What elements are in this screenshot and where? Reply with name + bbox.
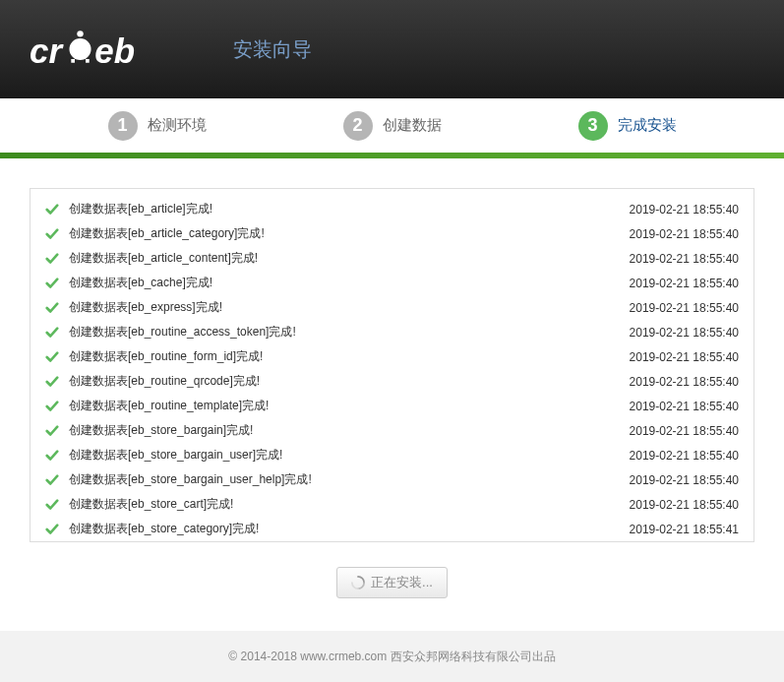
log-message: 创建数据表[eb_routine_form_id]完成! (69, 348, 630, 365)
log-timestamp: 2019-02-21 18:55:40 (630, 203, 739, 217)
log-row: 创建数据表[eb_routine_qrcode]完成!2019-02-21 18… (45, 369, 739, 394)
header: cr eb 安装向导 (0, 0, 784, 98)
content-panel: 创建数据表[eb_article]完成!2019-02-21 18:55:40创… (0, 158, 784, 631)
log-message: 创建数据表[eb_routine_access_token]完成! (69, 324, 630, 341)
log-row: 创建数据表[eb_store_cart]完成!2019-02-21 18:55:… (45, 492, 739, 517)
header-title: 安装向导 (233, 36, 312, 63)
check-icon (45, 301, 59, 315)
check-icon (45, 203, 59, 217)
svg-point-1 (77, 31, 83, 36)
log-message: 创建数据表[eb_store_bargain]完成! (69, 422, 630, 439)
log-row: 创建数据表[eb_article]完成!2019-02-21 18:55:40 (45, 197, 739, 221)
step-create-data: 2 创建数据 (343, 111, 442, 141)
log-timestamp: 2019-02-21 18:55:40 (630, 227, 739, 241)
log-row: 创建数据表[eb_store_bargain_user]完成!2019-02-2… (45, 443, 739, 467)
log-timestamp: 2019-02-21 18:55:40 (630, 350, 739, 364)
log-row: 创建数据表[eb_cache]完成!2019-02-21 18:55:40 (45, 271, 739, 295)
log-message: 创建数据表[eb_article_content]完成! (69, 250, 630, 267)
check-icon (45, 326, 59, 340)
check-icon (45, 523, 59, 536)
step-finish-install: 3 完成安装 (578, 111, 677, 141)
log-row: 创建数据表[eb_store_combination]完成!2019-02-21… (45, 541, 739, 542)
check-icon (45, 424, 59, 438)
step-label: 创建数据 (383, 116, 442, 135)
log-timestamp: 2019-02-21 18:55:40 (630, 277, 739, 290)
log-message: 创建数据表[eb_store_cart]完成! (69, 496, 630, 513)
steps-bar: 1 检测环境 2 创建数据 3 完成安装 (0, 98, 784, 153)
log-row: 创建数据表[eb_routine_access_token]完成!2019-02… (45, 320, 739, 344)
check-icon (45, 400, 59, 413)
log-row: 创建数据表[eb_article_content]完成!2019-02-21 1… (45, 246, 739, 271)
installing-button[interactable]: 正在安装... (336, 567, 448, 598)
log-timestamp: 2019-02-21 18:55:40 (630, 449, 739, 463)
check-icon (45, 375, 59, 389)
log-message: 创建数据表[eb_store_bargain_user]完成! (69, 447, 630, 464)
check-icon (45, 227, 59, 241)
check-icon (45, 252, 59, 266)
step-number: 2 (343, 111, 373, 141)
footer-suffix: 西安众邦网络科技有限公司出品 (387, 650, 555, 663)
check-icon (45, 350, 59, 364)
step-number: 1 (108, 111, 138, 141)
log-timestamp: 2019-02-21 18:55:40 (630, 301, 739, 315)
log-row: 创建数据表[eb_article_category]完成!2019-02-21 … (45, 221, 739, 246)
svg-text:eb: eb (94, 31, 135, 70)
log-row: 创建数据表[eb_store_bargain_user_help]完成!2019… (45, 467, 739, 492)
log-message: 创建数据表[eb_store_bargain_user_help]完成! (69, 471, 630, 488)
logo-icon: cr eb (30, 27, 174, 72)
install-log[interactable]: 创建数据表[eb_article]完成!2019-02-21 18:55:40创… (30, 188, 754, 542)
footer-copyright: © 2014-2018 (228, 650, 300, 663)
log-row: 创建数据表[eb_express]完成!2019-02-21 18:55:40 (45, 295, 739, 320)
step-check-env: 1 检测环境 (108, 111, 207, 141)
log-message: 创建数据表[eb_article_category]完成! (69, 225, 630, 242)
check-icon (45, 277, 59, 290)
log-row: 创建数据表[eb_routine_template]完成!2019-02-21 … (45, 394, 739, 418)
log-message: 创建数据表[eb_express]完成! (69, 299, 630, 316)
button-row: 正在安装... (30, 567, 754, 598)
logo: cr eb (30, 27, 174, 72)
log-timestamp: 2019-02-21 18:55:40 (630, 252, 739, 266)
check-icon (45, 449, 59, 463)
footer: © 2014-2018 www.crmeb.com 西安众邦网络科技有限公司出品 (0, 631, 784, 682)
step-number: 3 (578, 111, 608, 141)
log-row: 创建数据表[eb_store_category]完成!2019-02-21 18… (45, 517, 739, 541)
spinner-icon (351, 576, 365, 589)
log-timestamp: 2019-02-21 18:55:40 (630, 498, 739, 512)
log-timestamp: 2019-02-21 18:55:40 (630, 400, 739, 413)
log-row: 创建数据表[eb_routine_form_id]完成!2019-02-21 1… (45, 344, 739, 369)
log-timestamp: 2019-02-21 18:55:40 (630, 375, 739, 389)
check-icon (45, 473, 59, 487)
log-message: 创建数据表[eb_store_category]完成! (69, 521, 630, 537)
log-timestamp: 2019-02-21 18:55:41 (630, 523, 739, 536)
check-icon (45, 498, 59, 512)
log-message: 创建数据表[eb_routine_qrcode]完成! (69, 373, 630, 390)
installing-label: 正在安装... (371, 574, 433, 591)
log-timestamp: 2019-02-21 18:55:40 (630, 473, 739, 487)
svg-text:cr: cr (30, 31, 64, 70)
log-timestamp: 2019-02-21 18:55:40 (630, 326, 739, 340)
log-message: 创建数据表[eb_article]完成! (69, 201, 630, 217)
log-row: 创建数据表[eb_store_bargain]完成!2019-02-21 18:… (45, 418, 739, 443)
log-message: 创建数据表[eb_cache]完成! (69, 275, 630, 291)
log-message: 创建数据表[eb_routine_template]完成! (69, 398, 630, 414)
step-label: 检测环境 (148, 116, 207, 135)
log-timestamp: 2019-02-21 18:55:40 (630, 424, 739, 438)
step-label: 完成安装 (618, 116, 677, 135)
footer-link[interactable]: www.crmeb.com (300, 650, 387, 663)
